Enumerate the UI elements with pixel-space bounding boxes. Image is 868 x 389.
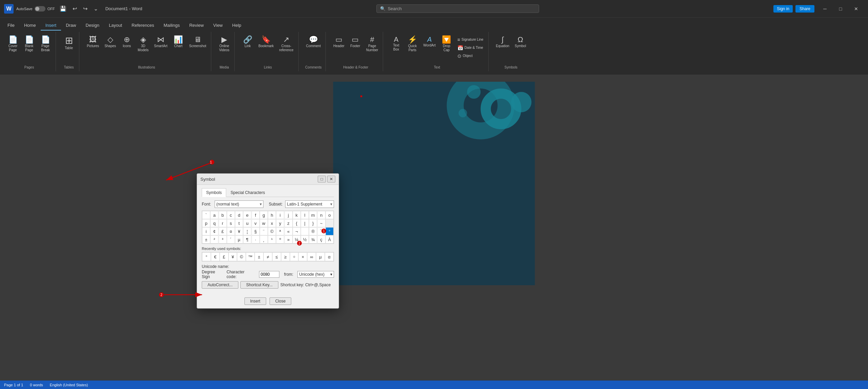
recent-div[interactable]: ÷ [290, 252, 299, 261]
recent-plusminus[interactable]: ± [255, 252, 263, 261]
sym-a[interactable]: a [210, 211, 218, 219]
sym-c[interactable]: c [227, 211, 235, 219]
sym-plusminus[interactable]: ± [202, 235, 210, 244]
date-time-button[interactable]: 📅 Date & Time [455, 44, 486, 52]
sym-shy[interactable]: ­ [301, 227, 309, 235]
recent-times[interactable]: × [298, 252, 307, 261]
tab-symbols[interactable]: Symbols [202, 188, 226, 197]
sym-sup2[interactable]: ² [210, 235, 218, 244]
wordart-button[interactable]: A WordArt [421, 35, 438, 49]
sym-g[interactable]: g [260, 211, 268, 219]
3d-models-button[interactable]: ◈ 3DModels [136, 35, 151, 54]
footer-button[interactable]: ▭ Footer [348, 35, 363, 50]
icons-button[interactable]: ⊕ Icons [119, 35, 134, 50]
sym-d[interactable]: d [235, 211, 243, 219]
sym-middot[interactable]: · [252, 235, 260, 244]
link-button[interactable]: 🔗 Link [240, 35, 255, 50]
autocorrect-button[interactable]: AutoCorrect... [202, 281, 238, 289]
sym-w[interactable]: w [260, 219, 268, 227]
sym-l[interactable]: l [301, 211, 309, 219]
recent-inf[interactable]: ∞ [307, 252, 316, 261]
recent-pound[interactable]: £ [220, 252, 229, 261]
page-number-button[interactable]: # PageNumber [364, 35, 380, 54]
tab-special-characters[interactable]: Special Characters [226, 188, 269, 197]
shapes-button[interactable]: ◇ Shapes [102, 35, 118, 50]
sym-v[interactable]: v [252, 219, 260, 227]
redo-icon[interactable]: ↪ [81, 5, 90, 13]
recent-copyright[interactable]: © [237, 252, 246, 261]
sym-p[interactable]: p [202, 219, 210, 227]
sym-diaeresis[interactable]: ¨ [260, 227, 268, 235]
drop-cap-button[interactable]: 🔽 DropCap [439, 35, 454, 54]
recent-leq[interactable]: ≤ [272, 252, 281, 261]
tab-layout[interactable]: Layout [104, 21, 127, 31]
recent-euro[interactable]: € [211, 252, 220, 261]
sym-c-cedilla[interactable]: ç [317, 235, 326, 244]
sym-h[interactable]: h [268, 211, 276, 219]
sym-ordinal-a[interactable]: ª [276, 227, 284, 235]
subset-select[interactable]: Latin-1 Supplement ▾ [285, 200, 334, 208]
sym-u[interactable]: u [243, 219, 251, 227]
sym-acute[interactable]: ´ [227, 235, 235, 244]
tab-home[interactable]: Home [19, 21, 41, 31]
page-break-button[interactable]: 📄 PageBreak [38, 35, 53, 54]
sym-a-grave[interactable]: À [326, 235, 334, 244]
tab-review[interactable]: Review [184, 21, 209, 31]
comment-button[interactable]: 💬 Comment [304, 35, 323, 50]
sym-registered[interactable]: ® [309, 227, 317, 235]
sym-m[interactable]: m [309, 211, 317, 219]
tab-references[interactable]: References [127, 21, 159, 31]
chart-button[interactable]: 📊 Chart [171, 35, 186, 50]
sym-rbrace[interactable]: } [309, 219, 317, 227]
sym-pilcrow[interactable]: ¶ [243, 235, 251, 244]
sym-sup3[interactable]: ³ [219, 235, 227, 244]
recent-degree[interactable]: ° [202, 252, 211, 261]
tab-design[interactable]: Design [81, 21, 104, 31]
sym-laquot[interactable]: « [284, 227, 293, 235]
sym-x[interactable]: x [268, 219, 276, 227]
sym-f[interactable]: f [252, 211, 260, 219]
sym-tilde[interactable]: ~ [317, 219, 326, 227]
close-dialog-button[interactable]: Close [270, 297, 292, 305]
sym-broken-bar[interactable]: ¦ [243, 227, 251, 235]
save-icon[interactable]: 💾 [58, 5, 68, 13]
insert-button[interactable]: Insert [244, 297, 266, 305]
blank-page-button[interactable]: 📄 BlankPage [22, 35, 37, 54]
sym-j[interactable]: j [284, 211, 293, 219]
sym-i[interactable]: i [276, 211, 284, 219]
online-videos-button[interactable]: ▶ OnlineVideos [217, 35, 232, 54]
sym-lbrace[interactable]: { [293, 219, 301, 227]
customize-icon[interactable]: ⌄ [92, 5, 100, 13]
sym-e[interactable]: e [243, 211, 251, 219]
tab-file[interactable]: File [3, 21, 19, 31]
header-button[interactable]: ▭ Header [331, 35, 347, 50]
sym-copyright[interactable]: © [268, 227, 276, 235]
sym-not[interactable]: ¬ [293, 227, 301, 235]
sym-s[interactable]: s [227, 219, 235, 227]
sym-o[interactable]: o [326, 211, 334, 219]
tab-view[interactable]: View [209, 21, 228, 31]
sym-z[interactable]: z [284, 219, 293, 227]
autosave-toggle[interactable] [35, 6, 45, 12]
tab-mailings[interactable]: Mailings [159, 21, 185, 31]
sym-k[interactable]: k [293, 211, 301, 219]
text-box-button[interactable]: A TextBox [389, 35, 403, 53]
sym-ordinal-o[interactable]: º [276, 235, 284, 244]
char-code-input[interactable] [259, 271, 279, 278]
sym-section[interactable]: § [252, 227, 260, 235]
sym-q[interactable]: q [210, 219, 218, 227]
tab-draw[interactable]: Draw [61, 21, 81, 31]
sym-b[interactable]: b [219, 211, 227, 219]
sym-cedilla[interactable]: ¸ [260, 235, 268, 244]
sym-sup1[interactable]: ¹ [268, 235, 276, 244]
sym-backtick[interactable]: ` [202, 211, 210, 219]
recent-tm[interactable]: ™ [246, 252, 255, 261]
maximize-button[interactable]: □ [833, 3, 848, 15]
minimize-button[interactable]: ─ [817, 3, 833, 15]
font-select[interactable]: (normal text) ▾ [215, 200, 263, 208]
table-button[interactable]: ⊞ Table [61, 35, 76, 52]
sym-r[interactable]: r [219, 219, 227, 227]
sym-cent[interactable]: ¢ [210, 227, 218, 235]
quick-parts-button[interactable]: ⚡ QuickParts [405, 35, 420, 54]
sign-in-button[interactable]: Sign in [773, 5, 793, 13]
